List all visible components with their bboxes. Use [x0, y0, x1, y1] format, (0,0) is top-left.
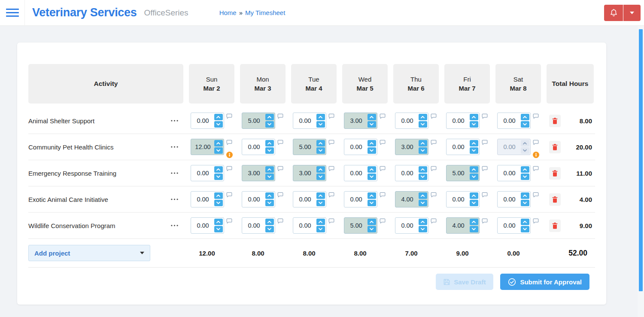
increment-button[interactable] [316, 219, 325, 225]
increment-button[interactable] [419, 219, 427, 225]
decrement-button[interactable] [470, 174, 478, 180]
comment-icon[interactable] [277, 192, 283, 198]
comment-icon[interactable] [533, 140, 539, 145]
increment-button[interactable] [316, 192, 325, 199]
delete-row-button[interactable] [549, 115, 561, 127]
comment-icon[interactable] [277, 140, 283, 145]
increment-button[interactable] [265, 219, 274, 225]
comment-icon[interactable] [328, 140, 334, 145]
comment-icon[interactable] [431, 140, 437, 145]
increment-button[interactable] [265, 114, 274, 120]
notifications-button[interactable] [604, 5, 623, 21]
increment-button[interactable] [316, 166, 325, 173]
comment-icon[interactable] [328, 166, 334, 171]
comment-icon[interactable] [226, 140, 232, 145]
increment-button[interactable] [265, 166, 274, 173]
decrement-button[interactable] [368, 200, 376, 206]
decrement-button[interactable] [470, 147, 478, 154]
hours-input[interactable] [243, 196, 265, 203]
decrement-button[interactable] [521, 174, 529, 180]
hours-input[interactable] [345, 196, 368, 203]
increment-button[interactable] [214, 219, 223, 225]
decrement-button[interactable] [316, 226, 325, 232]
comment-icon[interactable] [482, 192, 488, 198]
comment-icon[interactable] [482, 113, 488, 119]
breadcrumb-current-link[interactable]: My Timesheet [245, 9, 285, 16]
increment-button[interactable] [368, 192, 376, 199]
decrement-button[interactable] [419, 226, 427, 232]
hours-input[interactable] [498, 117, 521, 124]
comment-icon[interactable] [277, 113, 283, 119]
comment-icon[interactable] [328, 218, 334, 224]
increment-button[interactable] [521, 114, 529, 120]
hours-input[interactable] [243, 143, 265, 150]
hours-input[interactable] [243, 222, 265, 229]
row-menu-button[interactable] [170, 171, 179, 176]
row-menu-button[interactable] [170, 144, 179, 149]
delete-row-button[interactable] [549, 167, 561, 180]
hours-input[interactable] [294, 196, 316, 203]
decrement-button[interactable] [368, 226, 376, 232]
decrement-button[interactable] [214, 147, 223, 154]
increment-button[interactable] [265, 140, 274, 146]
increment-button[interactable] [214, 192, 223, 199]
hours-input[interactable] [447, 170, 470, 177]
decrement-button[interactable] [470, 226, 478, 232]
increment-button[interactable] [368, 114, 376, 120]
comment-icon[interactable] [328, 192, 334, 198]
increment-button[interactable] [419, 140, 427, 146]
row-menu-button[interactable] [170, 118, 179, 123]
increment-button[interactable] [521, 166, 529, 173]
comment-icon[interactable] [226, 218, 232, 224]
hours-input[interactable] [294, 222, 316, 229]
submit-for-approval-button[interactable]: Submit for Approval [500, 274, 589, 290]
comment-icon[interactable] [226, 166, 232, 171]
comment-icon[interactable] [431, 113, 437, 119]
delete-row-button[interactable] [549, 193, 561, 206]
decrement-button[interactable] [214, 226, 223, 232]
increment-button[interactable] [470, 192, 478, 199]
breadcrumb-home-link[interactable]: Home [219, 9, 237, 16]
increment-button[interactable] [470, 166, 478, 173]
increment-button[interactable] [316, 140, 325, 146]
comment-icon[interactable] [277, 166, 283, 171]
hours-input[interactable] [192, 143, 214, 150]
hours-input[interactable] [447, 117, 470, 124]
comment-icon[interactable] [533, 218, 539, 224]
decrement-button[interactable] [214, 174, 223, 180]
hours-input[interactable] [345, 170, 368, 177]
hours-input[interactable] [243, 117, 265, 124]
menu-icon[interactable] [0, 0, 25, 26]
increment-button[interactable] [214, 140, 223, 146]
comment-icon[interactable] [226, 192, 232, 198]
decrement-button[interactable] [265, 226, 274, 232]
hours-input[interactable] [396, 143, 419, 150]
hours-input[interactable] [243, 170, 265, 177]
user-menu-button[interactable] [623, 5, 641, 21]
decrement-button[interactable] [316, 174, 325, 180]
hours-input[interactable] [396, 170, 419, 177]
increment-button[interactable] [470, 140, 478, 146]
hours-input[interactable] [294, 143, 316, 150]
increment-button[interactable] [470, 219, 478, 225]
hours-input[interactable] [192, 170, 214, 177]
hours-input[interactable] [498, 222, 521, 229]
hours-input[interactable] [447, 222, 470, 229]
decrement-button[interactable] [521, 121, 529, 128]
comment-icon[interactable] [380, 166, 386, 171]
decrement-button[interactable] [316, 121, 325, 128]
increment-button[interactable] [265, 192, 274, 199]
comment-icon[interactable] [380, 218, 386, 224]
hours-input[interactable] [345, 143, 368, 150]
increment-button[interactable] [470, 114, 478, 120]
comment-icon[interactable] [431, 166, 437, 171]
hours-input[interactable] [498, 196, 521, 203]
decrement-button[interactable] [470, 200, 478, 206]
increment-button[interactable] [214, 114, 223, 120]
increment-button[interactable] [419, 114, 427, 120]
decrement-button[interactable] [316, 200, 325, 206]
hours-input[interactable] [345, 117, 368, 124]
comment-icon[interactable] [277, 218, 283, 224]
increment-button[interactable] [521, 140, 529, 146]
increment-button[interactable] [316, 114, 325, 120]
